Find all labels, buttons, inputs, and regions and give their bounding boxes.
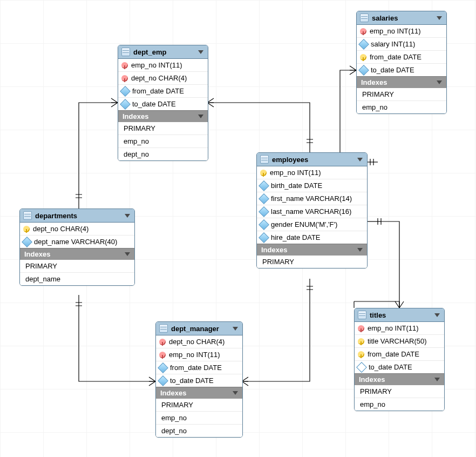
index-row: dept_no <box>156 425 242 437</box>
indexes-header[interactable]: Indexes <box>118 110 208 122</box>
chevron-down-icon <box>125 214 130 218</box>
column-text: title VARCHAR(50) <box>368 337 427 345</box>
chevron-down-icon <box>357 158 363 162</box>
chevron-down-icon <box>437 16 442 20</box>
column-text: emp_no INT(11) <box>131 61 182 69</box>
column-icon <box>259 180 269 191</box>
index-text: emp_no <box>124 137 149 145</box>
column-text: emp_no INT(11) <box>169 351 220 359</box>
fk-key-icon <box>159 352 166 358</box>
index-row: dept_name <box>20 273 134 285</box>
column-text: from_date DATE <box>368 350 419 358</box>
column-row: to_date DATE <box>118 98 208 110</box>
column-icon <box>120 99 131 110</box>
index-text: dept_name <box>25 275 60 283</box>
table-header[interactable]: dept_emp <box>118 45 208 59</box>
indexes-header[interactable]: Indexes <box>156 387 242 399</box>
index-row: emp_no <box>355 398 444 411</box>
table-title: salaries <box>372 14 433 22</box>
table-icon <box>23 211 32 220</box>
column-text: from_date DATE <box>370 53 421 61</box>
columns-section: emp_no INT(11) dept_no CHAR(4) from_date… <box>118 59 208 110</box>
column-row: first_name VARCHAR(14) <box>257 192 367 205</box>
table-header[interactable]: departments <box>20 209 134 223</box>
column-icon <box>259 219 269 230</box>
column-row: to_date DATE <box>156 374 242 387</box>
column-row: emp_no INT(11) <box>156 348 242 361</box>
column-text: salary INT(11) <box>371 40 415 48</box>
index-text: PRIMARY <box>360 387 392 395</box>
indexes-section: PRIMARY <box>257 256 367 268</box>
chevron-down-icon <box>125 252 130 256</box>
column-icon <box>158 375 168 386</box>
column-row: from_date DATE <box>355 348 444 361</box>
index-text: PRIMARY <box>161 401 193 409</box>
column-row: dept_no CHAR(4) <box>156 335 242 348</box>
column-text: from_date DATE <box>132 87 184 95</box>
indexes-section: PRIMARY emp_no dept_no <box>118 122 208 160</box>
column-text: to_date DATE <box>369 363 412 371</box>
fk-key-icon <box>358 325 364 332</box>
fk-key-icon <box>121 62 128 69</box>
table-departments[interactable]: departments dept_no CHAR(4) dept_name VA… <box>19 209 135 286</box>
indexes-header[interactable]: Indexes <box>20 248 134 260</box>
table-salaries[interactable]: salaries emp_no INT(11) salary INT(11) f… <box>356 11 447 114</box>
index-row: PRIMARY <box>118 122 208 135</box>
column-text: emp_no INT(11) <box>370 27 421 35</box>
column-text: dept_no CHAR(4) <box>33 225 89 233</box>
column-row: dept_name VARCHAR(40) <box>20 236 134 248</box>
index-row: dept_no <box>118 148 208 160</box>
columns-section: dept_no CHAR(4) emp_no INT(11) from_date… <box>156 335 242 387</box>
column-text: dept_name VARCHAR(40) <box>34 238 117 246</box>
indexes-section: PRIMARY emp_no <box>355 385 444 411</box>
column-text: last_name VARCHAR(16) <box>271 207 351 216</box>
table-icon <box>360 14 369 22</box>
indexes-section: PRIMARY emp_no <box>357 88 446 113</box>
column-row: emp_no INT(11) <box>357 25 446 38</box>
indexes-header[interactable]: Indexes <box>257 244 367 256</box>
table-title: titles <box>370 311 431 319</box>
table-employees[interactable]: employees emp_no INT(11) birth_date DATE… <box>256 152 368 268</box>
column-row: from_date DATE <box>118 85 208 98</box>
table-titles[interactable]: titles emp_no INT(11) title VARCHAR(50) … <box>354 308 445 411</box>
index-text: emp_no <box>362 103 387 111</box>
index-row: emp_no <box>156 412 242 425</box>
column-row: from_date DATE <box>357 51 446 64</box>
column-text: hire_date DATE <box>271 233 321 241</box>
column-icon <box>358 39 369 50</box>
column-text: emp_no INT(11) <box>270 169 321 177</box>
column-row: emp_no INT(11) <box>257 166 367 179</box>
columns-section: emp_no INT(11) birth_date DATE first_nam… <box>257 166 367 244</box>
columns-section: emp_no INT(11) title VARCHAR(50) from_da… <box>355 322 444 373</box>
table-header[interactable]: titles <box>355 308 444 322</box>
chevron-down-icon <box>357 248 363 252</box>
column-row: last_name VARCHAR(16) <box>257 205 367 218</box>
column-text: dept_no CHAR(4) <box>169 338 225 346</box>
chevron-down-icon <box>434 378 440 381</box>
column-icon <box>158 362 168 373</box>
column-row: emp_no INT(11) <box>355 322 444 335</box>
indexes-label: Indexes <box>359 375 385 384</box>
column-text: first_name VARCHAR(14) <box>271 194 352 203</box>
column-row: hire_date DATE <box>257 231 367 244</box>
table-icon <box>260 155 269 164</box>
index-text: dept_no <box>161 427 187 435</box>
indexes-label: Indexes <box>261 246 287 254</box>
column-row: to_date DATE <box>355 361 444 373</box>
table-icon <box>121 48 130 56</box>
index-row: PRIMARY <box>357 88 446 101</box>
chevron-down-icon <box>434 313 440 317</box>
chevron-down-icon <box>198 115 203 118</box>
chevron-down-icon <box>437 80 442 84</box>
table-dept-manager[interactable]: dept_manager dept_no CHAR(4) emp_no INT(… <box>155 321 243 438</box>
table-header[interactable]: dept_manager <box>156 322 242 335</box>
indexes-header[interactable]: Indexes <box>357 76 446 88</box>
column-row: title VARCHAR(50) <box>355 335 444 348</box>
indexes-header[interactable]: Indexes <box>355 373 444 385</box>
table-dept-emp[interactable]: dept_emp emp_no INT(11) dept_no CHAR(4) … <box>118 45 208 161</box>
column-row: birth_date DATE <box>257 179 367 192</box>
column-row: salary INT(11) <box>357 38 446 51</box>
table-header[interactable]: salaries <box>357 11 446 25</box>
indexes-section: PRIMARY dept_name <box>20 260 134 285</box>
table-header[interactable]: employees <box>257 153 367 166</box>
